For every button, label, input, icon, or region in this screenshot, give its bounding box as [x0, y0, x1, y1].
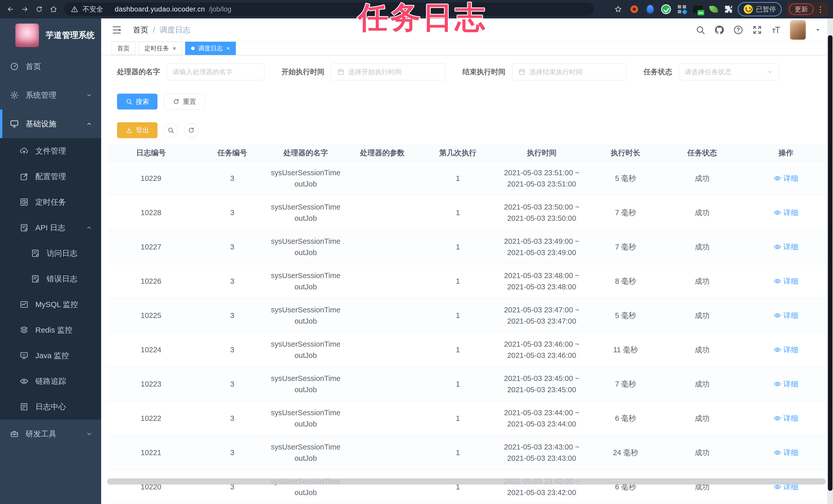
extension-icon-on-badge[interactable]	[692, 4, 704, 15]
detail-link[interactable]: 详细	[774, 344, 798, 355]
address-bar[interactable]: 不安全 dashboard.yudao.iocoder.cn/job/log	[64, 3, 594, 16]
update-button[interactable]: 更新	[789, 4, 813, 15]
detail-link[interactable]: 详细	[774, 447, 798, 458]
menu-unfold-icon[interactable]	[111, 25, 122, 35]
extension-icon-blue[interactable]	[645, 4, 656, 15]
forward-icon[interactable]	[19, 3, 31, 15]
detail-link[interactable]: 详细	[774, 378, 798, 389]
round-cell: 1	[424, 344, 492, 355]
close-icon[interactable]	[173, 45, 176, 51]
sidebar: 芋道管理系统 首页 系统管理 基础设施	[0, 19, 101, 504]
profile-paused-chip[interactable]: 已暂停	[738, 2, 782, 16]
action-cell: 详细	[745, 207, 827, 218]
duration-cell: 7 毫秒	[591, 241, 660, 253]
view-icon	[774, 449, 781, 456]
time-cell: 2021-05-03 23:51:00 ~ 2021-05-03 23:51:0…	[492, 167, 592, 190]
detail-link[interactable]: 详细	[774, 207, 798, 218]
puzzle-icon[interactable]	[724, 5, 733, 14]
detail-link[interactable]: 详细	[774, 241, 798, 253]
user-avatar[interactable]	[790, 20, 806, 40]
scrollbar-thumb[interactable]	[828, 35, 832, 491]
sidebar-item[interactable]: MySQL 监控	[0, 292, 101, 317]
extension-icon-green-check[interactable]	[660, 4, 672, 15]
fullscreen-icon[interactable]	[752, 25, 762, 35]
filter-input[interactable]: 选择结束执行时间	[512, 64, 626, 80]
sidebar-item[interactable]: 链路追踪	[0, 369, 101, 394]
task-id-cell: 3	[194, 276, 270, 287]
app-logo-row[interactable]: 芋道管理系统	[0, 19, 101, 52]
back-icon[interactable]	[5, 3, 16, 15]
top-header: 首页 / 调度日志	[101, 19, 833, 42]
refresh-icon	[173, 98, 180, 105]
search-button[interactable]: 搜索	[117, 94, 158, 109]
time-cell: 2021-05-03 23:43:00 ~ 2021-05-03 23:43:0…	[492, 441, 592, 464]
detail-link[interactable]: 详细	[774, 413, 798, 424]
filter-input[interactable]: 选择开始执行时间	[331, 64, 446, 80]
task-id-cell: 3	[194, 207, 270, 218]
vertical-scrollbar[interactable]	[827, 19, 833, 504]
api-log-icon	[20, 223, 29, 232]
caret-down-icon[interactable]	[814, 27, 821, 33]
task-id-cell: 3	[194, 344, 270, 355]
breadcrumb-home[interactable]: 首页	[133, 25, 148, 35]
sidebar-item[interactable]: 文件管理	[0, 138, 101, 164]
horizontal-scrollbar[interactable]	[107, 478, 826, 484]
home-icon[interactable]	[48, 3, 60, 15]
search-icon	[125, 98, 133, 105]
sidebar-item[interactable]: Java 监控	[0, 343, 101, 369]
page-tab[interactable]: 调度日志	[185, 42, 236, 55]
sidebar-item[interactable]: Redis 监控	[0, 317, 101, 343]
filter-input[interactable]: 请输入处理器的名字	[167, 64, 264, 80]
extension-icon-leaf[interactable]	[708, 4, 719, 15]
github-icon[interactable]	[714, 25, 724, 35]
table-row: 10225 3 sysUserSessionTimeoutJob 1 2021-…	[108, 298, 827, 333]
log-id-cell: 10221	[108, 447, 194, 458]
page-tab[interactable]: 首页	[111, 42, 136, 55]
chevron-up-icon	[86, 224, 92, 231]
sidebar-item[interactable]: 研发工具	[0, 420, 101, 448]
task-id-cell: 3	[194, 413, 270, 424]
reset-button[interactable]: 重置	[164, 94, 205, 109]
tab-label: 首页	[117, 44, 129, 52]
sidebar-item[interactable]: 错误日志	[0, 266, 101, 292]
url-host: dashboard.yudao.iocoder.cn	[115, 5, 205, 13]
sidebar-item[interactable]: 配置管理	[0, 164, 101, 189]
sidebar-item[interactable]: 首页	[0, 52, 101, 81]
table-row: 10228 3 sysUserSessionTimeoutJob 1 2021-…	[108, 196, 827, 230]
close-icon[interactable]	[227, 45, 230, 51]
filter-input[interactable]: 请选择任务状态	[679, 64, 779, 80]
star-icon[interactable]	[612, 3, 624, 15]
status-cell: 成功	[660, 207, 745, 218]
view-icon	[774, 414, 781, 422]
column-header: 任务状态	[660, 147, 745, 158]
detail-link[interactable]: 详细	[774, 310, 798, 321]
view-icon	[774, 175, 781, 182]
placeholder-text: 选择结束执行时间	[529, 68, 582, 76]
extension-icon-grid[interactable]	[676, 4, 688, 15]
task-id-cell: 3	[194, 173, 270, 184]
action-cell: 详细	[745, 241, 827, 253]
question-icon[interactable]	[733, 25, 743, 35]
sidebar-item[interactable]: 访问日志	[0, 241, 101, 266]
page-tab[interactable]: 定时任务	[139, 42, 182, 55]
security-label: 不安全	[82, 5, 103, 14]
reload-icon[interactable]	[33, 3, 45, 15]
extension-icon-orange[interactable]	[629, 4, 640, 15]
filter-field: 开始执行时间 选择开始执行时间	[281, 64, 446, 80]
browser-menu-icon[interactable]	[815, 5, 826, 14]
toggle-search-button[interactable]	[164, 123, 178, 137]
browser-update-area: 更新	[786, 2, 828, 17]
java-monitor-icon	[20, 351, 29, 360]
sidebar-item[interactable]: 日志中心	[0, 394, 101, 420]
detail-link[interactable]: 详细	[774, 173, 798, 184]
sidebar-item[interactable]: 基础设施	[0, 109, 101, 138]
refresh-table-button[interactable]	[184, 123, 198, 137]
sidebar-item[interactable]: 系统管理	[0, 81, 101, 109]
detail-link[interactable]: 详细	[774, 276, 798, 287]
sidebar-item[interactable]: API 日志	[0, 215, 101, 241]
search-icon[interactable]	[695, 25, 706, 35]
task-id-cell: 3	[194, 241, 270, 253]
fontsize-icon[interactable]	[771, 25, 781, 35]
sidebar-item[interactable]: 定时任务	[0, 189, 101, 215]
export-button[interactable]: 导出	[117, 122, 158, 138]
